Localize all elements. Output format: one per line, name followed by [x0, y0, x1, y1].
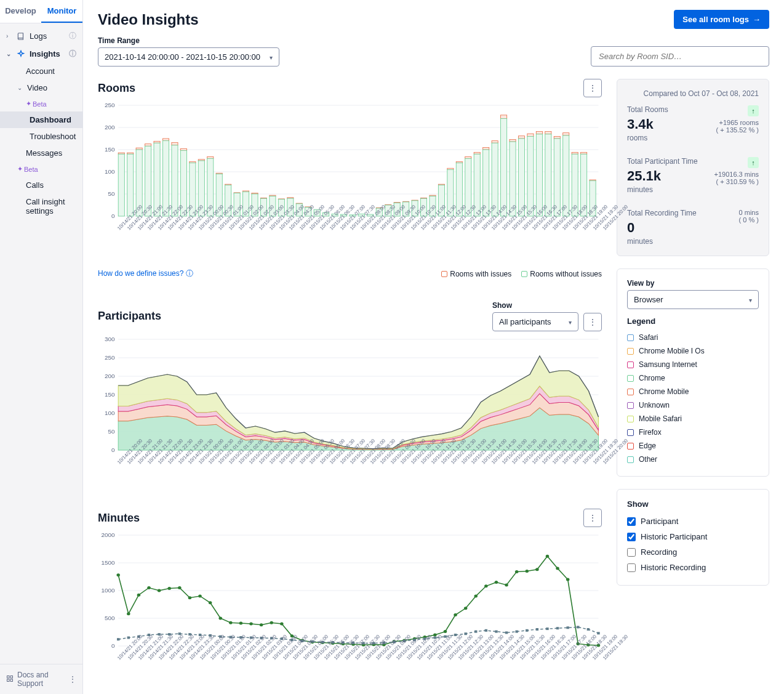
svg-rect-96 — [474, 152, 480, 154]
nav-insights[interactable]: ⌄ Insights ⓘ — [0, 45, 82, 63]
svg-rect-20 — [136, 148, 142, 150]
svg-point-153 — [167, 587, 171, 590]
rooms-more-button[interactable]: ⋮ — [583, 79, 602, 97]
svg-rect-233 — [495, 631, 497, 633]
svg-point-158 — [218, 617, 222, 620]
issues-definition-link[interactable]: How do we define issues? ⓘ — [98, 268, 193, 279]
info-icon[interactable]: ⓘ — [69, 49, 76, 59]
arrow-right-icon: → — [753, 15, 761, 24]
nav-video-beta[interactable]: ✦Beta — [0, 96, 53, 111]
svg-text:50: 50 — [108, 190, 115, 196]
minutes-more-button[interactable]: ⋮ — [583, 509, 602, 527]
docs-support-link[interactable]: Docs and Support — [17, 671, 69, 688]
svg-point-183 — [474, 595, 478, 598]
svg-point-161 — [249, 623, 253, 626]
search-input[interactable] — [591, 46, 769, 67]
svg-rect-229 — [454, 634, 457, 636]
checkbox[interactable] — [627, 517, 636, 526]
stat-participant-time: Total Participant Time 25.1k minutes ↑ +… — [627, 157, 759, 194]
tab-develop[interactable]: Develop — [0, 0, 41, 23]
participants-more-button[interactable]: ⋮ — [583, 313, 602, 331]
legend-item[interactable]: Firefox — [627, 426, 759, 439]
nav-troubleshoot[interactable]: Troubleshoot — [0, 128, 82, 145]
svg-text:300: 300 — [105, 336, 115, 342]
nav-logs[interactable]: › Logs ⓘ — [0, 27, 82, 45]
nav-messages-beta[interactable]: ✦Beta — [0, 161, 44, 177]
svg-point-191 — [556, 567, 559, 570]
svg-rect-28 — [172, 142, 178, 145]
legend-item[interactable]: Chrome Mobile — [627, 385, 759, 398]
legend-item[interactable]: Safari — [627, 331, 759, 344]
svg-point-149 — [127, 612, 130, 615]
nav-call-insight-settings[interactable]: Call insight settings — [0, 193, 82, 219]
more-icon[interactable]: ⋮ — [69, 675, 76, 684]
nav-calls[interactable]: Calls — [0, 177, 82, 193]
svg-rect-0 — [7, 676, 10, 678]
chevron-right-icon: › — [6, 33, 12, 39]
page-title: Video Insights — [98, 11, 199, 28]
chevron-down-icon: ⌄ — [17, 84, 23, 91]
time-range-select[interactable]: 2021-10-14 20:00:00 - 2021-10-15 20:00:0… — [98, 47, 279, 67]
legend-item[interactable]: Edge — [627, 439, 759, 453]
info-icon[interactable]: ⓘ — [69, 31, 76, 41]
see-all-room-logs-button[interactable]: See all room logs → — [674, 10, 769, 29]
viewby-select[interactable]: Browser — [627, 290, 759, 309]
browser-legend: SafariChrome Mobile I OsSamsung Internet… — [627, 331, 759, 466]
stat-total-rooms: Total Rooms 3.4k rooms ↑ +1965 rooms ( +… — [627, 105, 759, 142]
legend-item[interactable]: Other — [627, 453, 759, 466]
svg-rect-120 — [581, 152, 587, 154]
rooms-section: Rooms ⋮ 050100150200250 10/14/21 20:0010… — [98, 79, 602, 279]
participants-section: Participants Show All participants ⋮ 050… — [98, 301, 602, 478]
svg-text:500: 500 — [105, 615, 115, 621]
svg-text:250: 250 — [105, 354, 115, 360]
rooms-legend: Rooms with issues Rooms without issues — [441, 270, 602, 278]
sparkle-icon: ✦ — [17, 165, 23, 173]
legend-item[interactable]: Chrome Mobile I Os — [627, 344, 759, 358]
nav-account[interactable]: Account — [0, 63, 82, 79]
svg-rect-196 — [117, 638, 119, 640]
svg-point-192 — [566, 578, 570, 581]
svg-point-189 — [535, 568, 539, 571]
svg-point-185 — [495, 581, 498, 584]
nav-insights-label: Insights — [30, 49, 60, 59]
svg-point-154 — [178, 586, 182, 589]
participants-show-select[interactable]: All participants — [492, 312, 578, 331]
svg-rect-102 — [501, 115, 507, 119]
show-option[interactable]: Historic Participant — [627, 529, 759, 544]
svg-point-186 — [505, 584, 508, 587]
nav-messages[interactable]: Messages — [0, 145, 82, 161]
time-range-label: Time Range — [98, 36, 279, 45]
svg-text:0: 0 — [111, 446, 115, 453]
sidebar: Develop Monitor › Logs ⓘ ⌄ Insights ⓘ Ac… — [0, 0, 83, 694]
svg-rect-240 — [566, 626, 569, 629]
legend-item[interactable]: Unknown — [627, 398, 759, 412]
svg-rect-231 — [474, 631, 477, 633]
svg-rect-3 — [10, 679, 13, 682]
show-option[interactable]: Recording — [627, 544, 759, 560]
svg-point-184 — [484, 584, 488, 587]
svg-point-188 — [525, 570, 529, 573]
info-icon: ⓘ — [186, 269, 193, 278]
grid-icon — [6, 675, 14, 684]
svg-point-151 — [147, 586, 151, 589]
svg-rect-234 — [505, 631, 508, 634]
tab-monitor[interactable]: Monitor — [41, 0, 82, 23]
svg-rect-94 — [465, 157, 471, 159]
compare-range: Compared to Oct 07 - Oct 08, 2021 — [627, 89, 759, 98]
nav-video[interactable]: ⌄ Video — [0, 79, 82, 96]
show-option[interactable]: Historic Recording — [627, 560, 759, 575]
svg-text:150: 150 — [105, 391, 115, 397]
svg-point-182 — [464, 607, 468, 610]
checkbox[interactable] — [627, 563, 636, 572]
checkbox[interactable] — [627, 533, 636, 541]
legend-item[interactable]: Mobile Safari — [627, 412, 759, 426]
legend-item[interactable]: Chrome — [627, 371, 759, 385]
legend-item[interactable]: Samsung Internet — [627, 358, 759, 371]
svg-text:100: 100 — [105, 410, 115, 416]
svg-rect-98 — [483, 147, 489, 150]
show-option[interactable]: Participant — [627, 514, 759, 529]
svg-text:250: 250 — [105, 102, 115, 108]
minutes-section: Minutes ⋮ 0500100015002000 10/14/21 20:0… — [98, 509, 602, 694]
checkbox[interactable] — [627, 548, 636, 557]
nav-dashboard[interactable]: Dashboard — [0, 111, 82, 128]
